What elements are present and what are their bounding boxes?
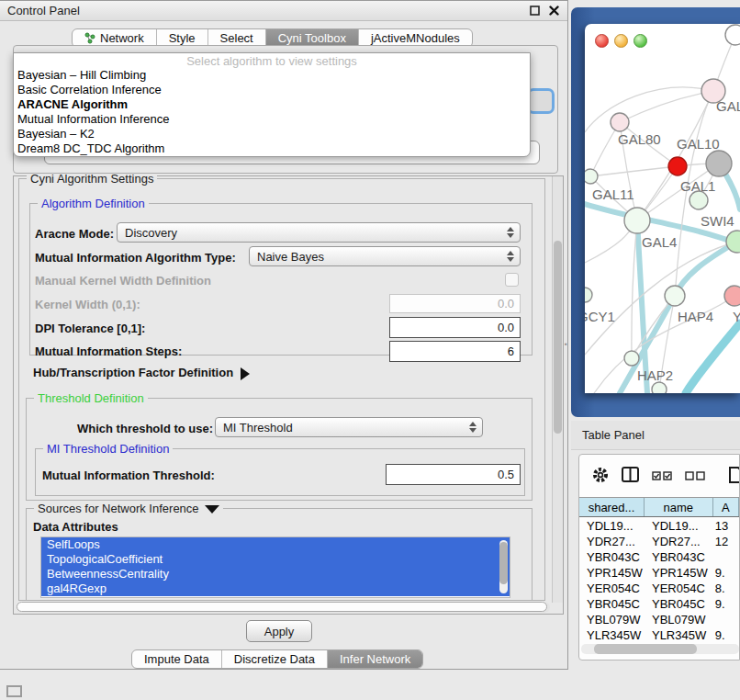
node-label: Y	[733, 309, 740, 324]
tab-discretize-data[interactable]: Discretize Data	[222, 650, 328, 668]
algorithm-option[interactable]: ARACNE Algorithm	[14, 97, 530, 112]
attribute-item[interactable]: BetweennessCentrality	[41, 567, 510, 581]
select-all-icon[interactable]	[652, 469, 672, 483]
table-row[interactable]: YER054CYER054C8.	[579, 581, 739, 596]
settings-horizontal-scrollbar[interactable]	[16, 602, 550, 613]
attribute-item[interactable]: gal4RGexp	[41, 581, 510, 596]
table-row[interactable]: YDR27...YDR27...12	[579, 534, 739, 549]
table-row[interactable]: YLR345WYLR345W9.	[579, 627, 739, 643]
list-scrollbar[interactable]	[499, 540, 508, 593]
network-node-swi4[interactable]	[690, 191, 708, 209]
group-title: Cyni Algorithm Settings	[27, 172, 157, 186]
algorithm-option[interactable]: Dream8 DC_TDC Algorithm	[14, 141, 530, 156]
algorithm-option[interactable]: Basic Correlation Inference	[14, 83, 530, 97]
network-node-gal4[interactable]	[624, 208, 650, 233]
table-row[interactable]: YBR043CYBR043C	[579, 549, 739, 565]
table-row[interactable]: YBR045CYBR045C9.	[579, 596, 739, 612]
network-node[interactable]	[725, 25, 740, 45]
table-cell: 12	[713, 534, 739, 549]
network-node-gal1[interactable]	[668, 157, 687, 175]
node-label: HAP4	[678, 309, 713, 324]
table-cell: YBR045C	[645, 596, 713, 612]
table-cell: 9.	[713, 627, 739, 643]
network-node-gal80[interactable]	[611, 113, 629, 131]
which-threshold-combo[interactable]: MI Threshold	[215, 417, 483, 437]
network-icon	[84, 32, 95, 44]
table-cell: 13	[713, 518, 739, 534]
table-row[interactable]: YBL079WYBL079W	[579, 612, 739, 627]
algorithm-option[interactable]: Bayesian – K2	[14, 127, 530, 141]
network-node[interactable]	[652, 382, 667, 393]
node-label: SWI4	[701, 213, 734, 229]
node-label: GAL	[716, 98, 740, 114]
close-window-icon[interactable]	[548, 5, 560, 17]
network-graph[interactable]: GALGAL80GAL10GAL1GAL11SWI4GAL4GCY1HAP4YH…	[585, 24, 740, 393]
table-cell: YBL079W	[645, 612, 713, 627]
kernel-width-input[interactable]: 0.0	[389, 294, 521, 313]
splitter-grip[interactable]: ▪	[565, 340, 569, 348]
network-view-window[interactable]: GALGAL80GAL10GAL1GAL11SWI4GAL4GCY1HAP4YH…	[585, 24, 740, 393]
network-edge	[686, 323, 740, 393]
algorithm-dropdown-popup: Select algorithm to view settings Bayesi…	[13, 52, 531, 157]
combo-value: Naive Bayes	[257, 250, 324, 264]
control-panel-titlebar: Control Panel	[0, 1, 567, 21]
group-title: MI Threshold Definition	[43, 442, 173, 456]
mi-threshold-input[interactable]: 0.5	[386, 464, 521, 485]
column-header[interactable]: shared...	[579, 498, 645, 516]
deselect-all-icon[interactable]	[685, 469, 705, 483]
sources-title: Sources for Network Inference	[38, 502, 199, 515]
column-header[interactable]: name	[645, 498, 713, 516]
network-node-hap2[interactable]	[624, 351, 639, 366]
gear-icon[interactable]	[592, 467, 609, 486]
table-toolbar	[579, 455, 739, 497]
data-attributes-list[interactable]: SelfLoopsTopologicalCoefficientBetweenne…	[40, 536, 510, 598]
mi-algorithm-type-combo[interactable]: Naive Bayes	[249, 246, 521, 266]
attribute-item[interactable]: TopologicalCoefficient	[41, 552, 510, 567]
aracne-mode-label: Aracne Mode:	[35, 227, 114, 241]
tab-label: Style	[169, 31, 196, 45]
network-node-gal10[interactable]	[706, 151, 732, 176]
expanded-arrow-icon	[205, 505, 219, 514]
table-horizontal-scrollbar[interactable]	[581, 644, 739, 654]
tab-infer-network[interactable]: Infer Network	[328, 650, 422, 668]
column-selector-icon[interactable]	[622, 467, 639, 485]
dpi-tolerance-input[interactable]: 0.0	[389, 317, 521, 338]
float-window-icon[interactable]	[529, 5, 541, 17]
tab-label: Cyni Toolbox	[278, 31, 346, 45]
table-row[interactable]: YPR145WYPR145W9.	[579, 565, 739, 581]
node-label: GAL4	[642, 234, 677, 250]
collapsed-arrow-icon	[241, 367, 250, 380]
algorithm-combo-fragment[interactable]	[527, 88, 555, 114]
scrollbar-thumb[interactable]	[17, 602, 547, 612]
node-label: HAP2	[637, 367, 673, 383]
table-cell: YPR145W	[579, 565, 645, 581]
mi-steps-input[interactable]: 6	[389, 341, 521, 362]
algorithm-option[interactable]: Bayesian – Hill Climbing	[14, 68, 530, 83]
network-node-hap4[interactable]	[665, 286, 685, 306]
table-cell: YPR145W	[645, 565, 713, 581]
table-panel-titlebar: Table Panel	[571, 421, 740, 450]
tab-label: jActiveMNodules	[371, 31, 460, 45]
table-cell: YLR345W	[579, 627, 645, 643]
table-header-row: shared...nameA	[579, 497, 739, 517]
table-cell: YDR27...	[645, 534, 713, 549]
scrollbar-thumb[interactable]	[554, 241, 562, 434]
network-node-gcy1[interactable]	[585, 288, 592, 302]
attribute-item[interactable]: SelfLoops	[41, 537, 510, 552]
manual-kernel-width-checkbox[interactable]	[505, 273, 519, 287]
document-icon[interactable]	[729, 467, 740, 486]
minimized-panel-icon[interactable]	[6, 685, 22, 697]
table-row[interactable]: YDL19...YDL19...13	[579, 518, 739, 534]
network-node-y[interactable]	[724, 286, 740, 306]
algorithm-option[interactable]: Mutual Information Inference	[14, 112, 530, 127]
aracne-mode-combo[interactable]: Discovery	[117, 222, 521, 243]
network-node-gal11[interactable]	[585, 169, 598, 184]
tab-impute-data[interactable]: Impute Data	[132, 650, 222, 668]
hub-definition-toggle[interactable]: Hub/Transcription Factor Definition	[33, 366, 250, 380]
sources-toggle[interactable]: Sources for Network Inference	[34, 502, 223, 515]
scrollbar-thumb[interactable]	[499, 542, 508, 584]
apply-button[interactable]: Apply	[246, 620, 312, 642]
scrollbar-thumb[interactable]	[594, 644, 697, 654]
settings-vertical-scrollbar[interactable]	[552, 176, 563, 603]
column-header[interactable]: A	[713, 498, 739, 516]
